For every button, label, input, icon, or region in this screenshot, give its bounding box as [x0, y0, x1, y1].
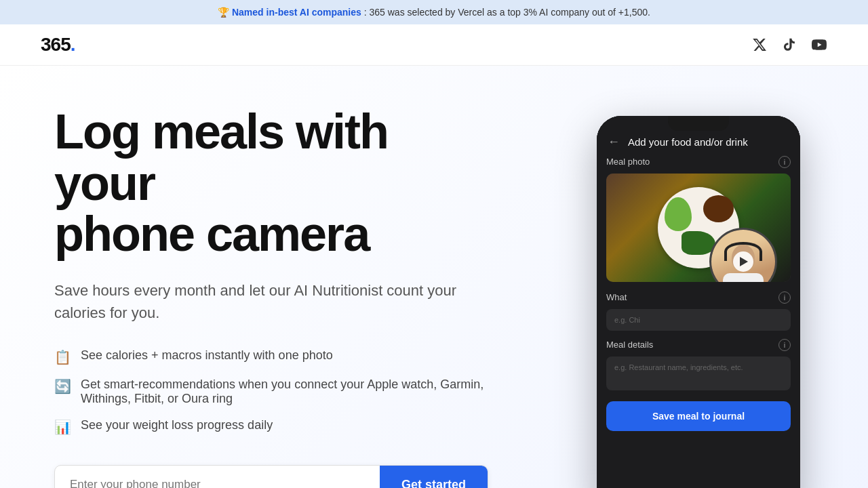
app-screen-title: Add your food and/or drink — [628, 136, 748, 148]
meal-photo-info-icon[interactable]: i — [778, 156, 791, 168]
hero-section: Log meals with your phone camera Save ho… — [0, 66, 529, 488]
back-arrow-icon[interactable]: ← — [608, 135, 620, 149]
hero-subheadline: Save hours every month and let our AI Nu… — [54, 279, 475, 324]
feature-item-calories: 📋 See calories + macros instantly with o… — [54, 348, 488, 365]
video-torso — [723, 273, 764, 282]
get-started-button[interactable]: Get started — [380, 466, 488, 488]
meal-photo-section-label: Meal photo i — [606, 156, 791, 168]
meal-photo-label: Meal photo — [606, 157, 650, 167]
phone-mockup-container: ← Add your food and/or drink Meal photo … — [529, 66, 868, 488]
announcement-banner: 🏆 Named in-best AI companies : 365 was s… — [0, 0, 868, 24]
phone-mockup: ← Add your food and/or drink Meal photo … — [597, 116, 800, 488]
headline-line2: phone camera — [54, 207, 369, 261]
tiktok-icon[interactable] — [781, 37, 797, 53]
social-links — [751, 37, 827, 53]
banner-text: : 365 was selected by Vercel as a top 3%… — [364, 7, 650, 18]
site-logo[interactable]: 365. — [41, 34, 75, 56]
feature-item-recommendations: 🔄 Get smart-recommendations when you con… — [54, 378, 488, 406]
save-meal-button[interactable]: Save meal to journal — [606, 401, 791, 431]
what-label: What — [606, 292, 627, 302]
beans-food — [703, 195, 734, 222]
calculator-icon: 📋 — [54, 349, 71, 365]
avocado-food — [665, 197, 692, 231]
site-header: 365. — [0, 24, 868, 66]
page-title: Log meals with your phone camera — [54, 106, 488, 260]
chart-icon: 📊 — [54, 419, 71, 435]
feature-item-progress: 📊 See your weight loss progress daily — [54, 418, 488, 435]
banner-emoji: 🏆 — [218, 7, 229, 18]
banner-link[interactable]: Named in-best AI companies — [232, 7, 361, 18]
play-button-icon[interactable] — [733, 251, 753, 272]
phone-input[interactable] — [55, 466, 380, 488]
meal-photo-container: 365 — [606, 174, 791, 282]
meal-details-info-icon[interactable]: i — [778, 339, 791, 351]
sync-icon: 🔄 — [54, 378, 71, 394]
youtube-icon[interactable] — [811, 37, 827, 53]
app-content-area: Meal photo i 365 — [597, 156, 800, 488]
features-list: 📋 See calories + macros instantly with o… — [54, 348, 488, 435]
what-section-label: What i — [606, 291, 791, 304]
what-input-field[interactable]: e.g. Chi — [606, 309, 791, 331]
meal-details-label: Meal details — [606, 340, 653, 350]
feature-text-recommendations: Get smart-recommendations when you conne… — [81, 378, 488, 406]
feature-text-calories: See calories + macros instantly with one… — [81, 348, 333, 363]
meal-details-input-field[interactable]: e.g. Restaurant name, ingredients, etc. — [606, 357, 791, 390]
meal-details-section-label: Meal details i — [606, 339, 791, 351]
phone-notch — [668, 116, 729, 131]
feature-text-progress: See your weight loss progress daily — [81, 418, 273, 432]
video-overlay[interactable]: 365 — [709, 228, 777, 282]
phone-screen: ← Add your food and/or drink Meal photo … — [597, 116, 800, 488]
what-info-icon[interactable]: i — [778, 291, 791, 304]
twitter-icon[interactable] — [751, 37, 768, 53]
cta-row: Get started — [54, 465, 488, 488]
play-triangle — [740, 257, 748, 266]
main-content: Log meals with your phone camera Save ho… — [0, 66, 868, 488]
logo-dot: . — [71, 34, 75, 55]
headline-line1: Log meals with your — [54, 104, 388, 210]
